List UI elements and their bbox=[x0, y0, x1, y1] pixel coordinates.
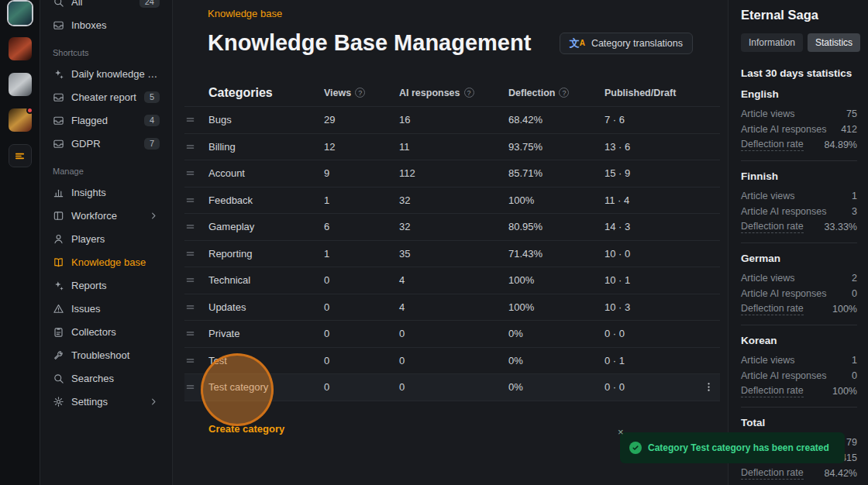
deflection-value: 0% bbox=[508, 328, 604, 339]
stat-value: 0 bbox=[852, 288, 857, 299]
table-row-private[interactable]: Private000%0 · 0 bbox=[184, 321, 720, 348]
ai-responses-value: 0 bbox=[399, 328, 508, 339]
page-title: Knowledge Base Management bbox=[208, 30, 531, 56]
columns-icon bbox=[53, 210, 64, 222]
stat-label: Deflection rate bbox=[741, 303, 804, 316]
info-icon[interactable]: ? bbox=[559, 88, 569, 98]
sidebar-item-flagged[interactable]: Flagged4 bbox=[48, 108, 164, 132]
stat-label: Deflection rate bbox=[741, 221, 804, 234]
table-row-reporting[interactable]: Reporting13571.43%10 · 0 bbox=[184, 241, 720, 268]
published-draft-value: 7 · 6 bbox=[604, 114, 697, 126]
app-rail bbox=[0, 0, 40, 485]
categories-table: Categories Views?AI responses?Deflection… bbox=[173, 79, 728, 435]
drag-handle-icon[interactable] bbox=[184, 328, 208, 339]
sidebar-item-label: Searches bbox=[71, 373, 160, 384]
game-icon-game-2[interactable] bbox=[9, 37, 32, 60]
stat-value: 1 bbox=[852, 355, 857, 366]
sidebar-nav: All24InboxesShortcutsDaily knowledge gap… bbox=[48, 0, 164, 413]
stat-value: 2 bbox=[852, 273, 857, 284]
info-icon[interactable]: ? bbox=[355, 88, 365, 98]
toast-close-icon[interactable]: × bbox=[618, 427, 624, 437]
stat-row-views: Article views75 bbox=[741, 106, 857, 122]
drag-handle-icon[interactable] bbox=[184, 114, 208, 126]
stat-value: 100% bbox=[832, 304, 857, 315]
sidebar-item-gdpr[interactable]: GDPR7 bbox=[48, 132, 164, 155]
sparkles-icon bbox=[53, 68, 64, 80]
drag-handle-icon[interactable] bbox=[184, 355, 208, 366]
table-row-technical[interactable]: Technical04100%10 · 1 bbox=[184, 267, 720, 294]
language-name: Total bbox=[741, 417, 857, 428]
drag-handle-icon[interactable] bbox=[184, 381, 208, 393]
published-draft-value: 15 · 9 bbox=[604, 167, 697, 179]
title-row: Knowledge Base Management 文A Category tr… bbox=[208, 30, 693, 56]
game-icon-brand[interactable] bbox=[9, 144, 32, 167]
create-category-link[interactable]: Create category bbox=[208, 423, 284, 435]
stat-row-deflection: Deflection rate84.42% bbox=[741, 466, 857, 481]
published-draft-value: 11 · 4 bbox=[604, 194, 697, 206]
stat-label: Article AI responses bbox=[741, 206, 826, 217]
sidebar-item-inboxes[interactable]: Inboxes bbox=[48, 13, 164, 36]
drag-handle-icon[interactable] bbox=[184, 274, 208, 286]
table-row-test-category[interactable]: Test category000%0 · 0 bbox=[184, 374, 720, 401]
published-draft-value: 10 · 3 bbox=[604, 301, 697, 313]
count-badge: 24 bbox=[140, 0, 160, 8]
drag-handle-icon[interactable] bbox=[184, 141, 208, 153]
views-value: 0 bbox=[324, 301, 399, 313]
sidebar-item-knowledge-base[interactable]: Knowledge base bbox=[48, 250, 164, 273]
table-row-bugs[interactable]: Bugs291668.42%7 · 6 bbox=[184, 107, 720, 134]
sidebar-item-reports[interactable]: Reports bbox=[48, 273, 164, 297]
game-icon-game-1[interactable] bbox=[9, 2, 32, 25]
deflection-value: 100% bbox=[508, 301, 604, 313]
category-name: Billing bbox=[208, 141, 324, 153]
sidebar-item-searches[interactable]: Searches bbox=[48, 366, 164, 390]
drag-handle-icon[interactable] bbox=[184, 301, 208, 313]
breadcrumb[interactable]: Knowledge base bbox=[208, 8, 693, 19]
count-badge: 4 bbox=[144, 115, 160, 126]
sidebar-item-collectors[interactable]: Collectors bbox=[48, 320, 164, 343]
game-icon-game-3[interactable] bbox=[9, 73, 32, 96]
stat-value: 3 bbox=[852, 206, 857, 217]
table-row-account[interactable]: Account911285.71%15 · 9 bbox=[184, 160, 720, 187]
row-menu-icon[interactable] bbox=[697, 381, 720, 393]
wrench-icon bbox=[53, 349, 64, 361]
inbox-icon bbox=[53, 19, 64, 31]
stats-block-english: EnglishArticle views75Article AI respons… bbox=[741, 88, 857, 153]
stat-label: Deflection rate bbox=[741, 139, 804, 152]
ai-responses-value: 32 bbox=[399, 221, 508, 232]
drag-handle-icon[interactable] bbox=[184, 194, 208, 206]
sidebar-item-daily-knowledge-gaps[interactable]: Daily knowledge gaps bbox=[48, 62, 164, 85]
divider bbox=[741, 407, 857, 408]
table-row-updates[interactable]: Updates04100%10 · 3 bbox=[184, 294, 720, 322]
sidebar-item-insights[interactable]: Insights bbox=[48, 181, 164, 204]
table-row-feedback[interactable]: Feedback132100%11 · 4 bbox=[184, 187, 720, 215]
sidebar-item-issues[interactable]: Issues bbox=[48, 297, 164, 320]
tab-statistics[interactable]: Statistics bbox=[808, 33, 860, 52]
deflection-value: 93.75% bbox=[508, 141, 604, 153]
drag-handle-icon[interactable] bbox=[184, 221, 208, 232]
game-icon-game-4[interactable] bbox=[9, 108, 32, 132]
stat-row-views: Article views2 bbox=[741, 270, 857, 286]
sidebar-item-label: Settings bbox=[71, 396, 141, 408]
divider bbox=[741, 242, 857, 243]
drag-handle-icon[interactable] bbox=[184, 167, 208, 179]
category-translations-button[interactable]: 文A Category translations bbox=[560, 33, 693, 54]
sidebar-item-label: Flagged bbox=[71, 115, 137, 126]
sidebar-item-settings[interactable]: Settings bbox=[48, 390, 164, 413]
sidebar-item-workforce[interactable]: Workforce bbox=[48, 204, 164, 227]
drag-handle-icon[interactable] bbox=[184, 248, 208, 260]
ai-responses-value: 32 bbox=[399, 194, 508, 206]
sidebar-item-all[interactable]: All24 bbox=[48, 0, 164, 13]
stat-value: 1 bbox=[852, 191, 857, 201]
table-row-gameplay[interactable]: Gameplay63280.95%14 · 3 bbox=[184, 214, 720, 241]
panel-tabs: Information Statistics bbox=[741, 33, 857, 52]
sidebar-item-players[interactable]: Players bbox=[48, 227, 164, 250]
views-value: 9 bbox=[324, 167, 399, 179]
table-row-billing[interactable]: Billing121193.75%13 · 6 bbox=[184, 134, 720, 161]
sidebar-item-troubleshoot[interactable]: Troubleshoot bbox=[48, 343, 164, 366]
category-name: Reporting bbox=[208, 248, 324, 260]
sidebar-item-cheater-report[interactable]: Cheater report5 bbox=[48, 85, 164, 108]
tab-information[interactable]: Information bbox=[741, 33, 803, 52]
info-icon[interactable]: ? bbox=[464, 88, 474, 98]
table-row-test[interactable]: Test000%0 · 1 bbox=[184, 348, 720, 375]
sidebar-item-label: Troubleshoot bbox=[71, 349, 160, 361]
